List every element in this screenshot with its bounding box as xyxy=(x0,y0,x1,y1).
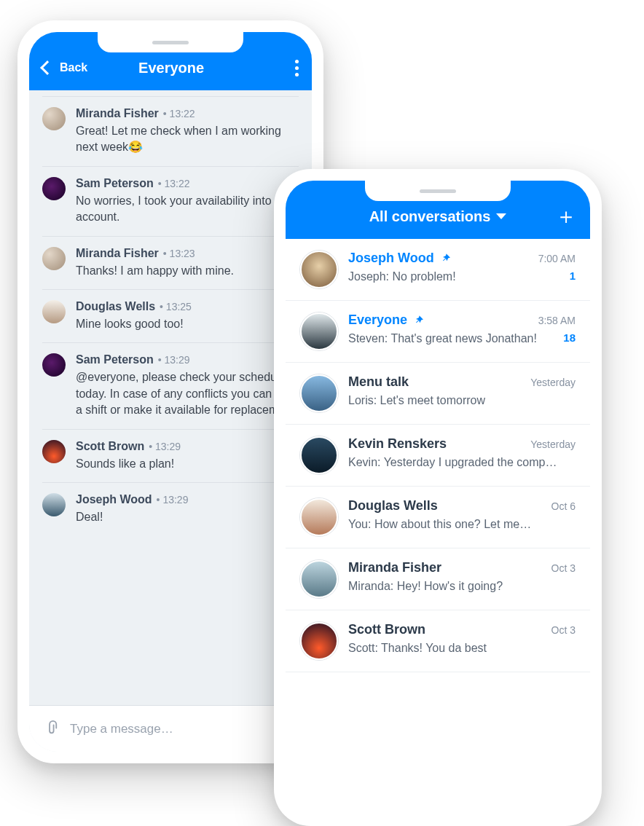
list-title: All conversations xyxy=(369,208,491,225)
message-time: • 13:29 xyxy=(157,494,189,506)
conversation-preview: Miranda: Hey! How's it going? xyxy=(348,580,503,593)
message-input[interactable] xyxy=(70,722,299,736)
message-text: Sounds like a plan! xyxy=(76,456,299,472)
message-body: Sam Peterson • 13:29@everyone, please ch… xyxy=(76,353,299,418)
message-sender: Joseph Wood xyxy=(76,493,152,506)
phone-list-screen: All conversations ＋ Joseph Wood 7:00 AMJ… xyxy=(286,181,590,814)
conversation-list[interactable]: Joseph Wood 7:00 AMJoseph: No problem!1E… xyxy=(286,239,590,814)
avatar xyxy=(300,436,338,474)
avatar xyxy=(42,107,66,130)
avatar xyxy=(42,440,66,463)
message-time: • 13:25 xyxy=(160,301,192,312)
chat-message: Douglas Wells • 13:25Mine looks good too… xyxy=(42,289,299,342)
chat-message: Miranda Fisher • 13:23Thanks! I am happy… xyxy=(42,236,299,289)
conversation-body: Everyone 3:58 AMSteven: That's great new… xyxy=(348,312,576,345)
attachment-icon[interactable] xyxy=(42,719,58,739)
message-body: Miranda Fisher • 13:23Thanks! I am happy… xyxy=(76,247,299,279)
phone-chat-screen: Back Everyone Miranda Fisher • 13:22Grea… xyxy=(29,32,312,752)
conversation-body: Miranda FisherOct 3Miranda: Hey! How's i… xyxy=(348,560,576,593)
conversation-item[interactable]: Scott BrownOct 3Scott: Thanks! You da be… xyxy=(286,610,590,672)
conversation-time: Oct 3 xyxy=(551,562,576,574)
avatar xyxy=(42,247,66,270)
message-sender: Miranda Fisher xyxy=(76,107,159,120)
avatar xyxy=(42,493,66,516)
conversation-preview: Kevin: Yesterday I upgraded the comp… xyxy=(348,456,557,469)
message-body: Sam Peterson • 13:22No worries, I took y… xyxy=(76,177,299,226)
chat-message: Sam Peterson • 13:29@everyone, please ch… xyxy=(42,342,299,428)
conversation-preview: Scott: Thanks! You da best xyxy=(348,642,487,655)
chat-message: Sam Peterson • 13:22No worries, I took y… xyxy=(42,166,299,236)
message-body: Scott Brown • 13:29Sounds like a plan! xyxy=(76,440,299,472)
conversations-filter[interactable]: All conversations xyxy=(342,208,533,225)
conversation-time: Oct 6 xyxy=(551,500,576,512)
message-sender: Sam Peterson xyxy=(76,177,154,190)
pin-icon xyxy=(440,253,452,264)
message-body: Douglas Wells • 13:25Mine looks good too… xyxy=(76,300,299,332)
conversation-body: Joseph Wood 7:00 AMJoseph: No problem!1 xyxy=(348,251,576,283)
message-time: • 13:22 xyxy=(163,108,195,119)
message-time: • 13:23 xyxy=(163,248,195,259)
conversation-item[interactable]: Everyone 3:58 AMSteven: That's great new… xyxy=(286,301,590,363)
conversation-preview: Steven: That's great news Jonathan! xyxy=(348,332,537,345)
message-text: Thanks! I am happy with mine. xyxy=(76,263,299,279)
message-sender: Scott Brown xyxy=(76,440,144,453)
message-sender: Sam Peterson xyxy=(76,353,154,366)
conversation-item[interactable]: Kevin RenskersYesterdayKevin: Yesterday … xyxy=(286,425,590,487)
chat-message: Joseph Wood • 13:29Deal! xyxy=(42,482,299,535)
avatar xyxy=(42,177,66,200)
conversation-name: Kevin Renskers xyxy=(348,436,447,452)
conversation-item[interactable]: Joseph Wood 7:00 AMJoseph: No problem!1 xyxy=(286,239,590,301)
avatar xyxy=(300,622,338,660)
back-label: Back xyxy=(60,61,87,74)
conversation-name: Douglas Wells xyxy=(348,498,438,514)
pin-icon xyxy=(413,315,425,326)
caret-down-icon xyxy=(496,213,506,219)
avatar xyxy=(300,374,338,412)
chevron-left-icon xyxy=(40,60,55,75)
conversation-body: Kevin RenskersYesterdayKevin: Yesterday … xyxy=(348,436,576,469)
avatar xyxy=(42,300,66,323)
conversation-item[interactable]: Menu talkYesterdayLoris: Let's meet tomo… xyxy=(286,363,590,425)
conversation-preview: Joseph: No problem! xyxy=(348,270,456,283)
conversation-name: Scott Brown xyxy=(348,622,425,637)
unread-badge: 18 xyxy=(563,331,576,344)
message-body: Joseph Wood • 13:29Deal! xyxy=(76,493,299,525)
conversation-preview: Loris: Let's meet tomorrow xyxy=(348,394,485,407)
conversation-item[interactable]: Douglas WellsOct 6You: How about this on… xyxy=(286,487,590,548)
plus-icon: ＋ xyxy=(555,205,577,227)
conversation-time: Yesterday xyxy=(530,438,576,450)
message-text: Deal! xyxy=(76,509,299,525)
chat-title: Everyone xyxy=(87,60,255,76)
chat-message: Scott Brown • 13:29Sounds like a plan! xyxy=(42,429,299,482)
conversation-body: Scott BrownOct 3Scott: Thanks! You da be… xyxy=(348,622,576,655)
chat-message: Miranda Fisher • 13:22Great! Let me chec… xyxy=(42,96,299,166)
conversation-name: Everyone xyxy=(348,312,425,328)
message-sender: Miranda Fisher xyxy=(76,247,159,260)
message-time: • 13:29 xyxy=(158,354,190,366)
avatar xyxy=(300,560,338,598)
conversation-time: 3:58 AM xyxy=(538,315,576,326)
conversation-body: Menu talkYesterdayLoris: Let's meet tomo… xyxy=(348,374,576,407)
notch xyxy=(98,32,243,52)
conversation-time: Oct 3 xyxy=(551,624,576,636)
conversation-name: Menu talk xyxy=(348,374,409,390)
new-conversation-button[interactable]: ＋ xyxy=(533,205,577,227)
unread-badge: 1 xyxy=(570,270,576,282)
kebab-icon xyxy=(295,60,299,76)
back-button[interactable]: Back xyxy=(42,61,87,74)
avatar xyxy=(300,498,338,536)
conversation-name: Joseph Wood xyxy=(348,251,452,266)
composer xyxy=(29,705,312,752)
conversation-name: Miranda Fisher xyxy=(348,560,441,575)
conversation-item[interactable]: Miranda FisherOct 3Miranda: Hey! How's i… xyxy=(286,548,590,610)
message-body: Miranda Fisher • 13:22Great! Let me chec… xyxy=(76,107,299,156)
conversation-preview: You: How about this one? Let me… xyxy=(348,518,531,531)
conversation-time: 7:00 AM xyxy=(538,253,576,264)
message-text: Mine looks good too! xyxy=(76,316,299,332)
message-time: • 13:22 xyxy=(158,178,190,189)
message-text: No worries, I took your availability int… xyxy=(76,193,299,226)
chat-messages[interactable]: Miranda Fisher • 13:22Great! Let me chec… xyxy=(29,90,312,705)
conversation-body: Douglas WellsOct 6You: How about this on… xyxy=(348,498,576,531)
chat-menu-button[interactable] xyxy=(255,60,299,76)
message-sender: Douglas Wells xyxy=(76,300,155,313)
